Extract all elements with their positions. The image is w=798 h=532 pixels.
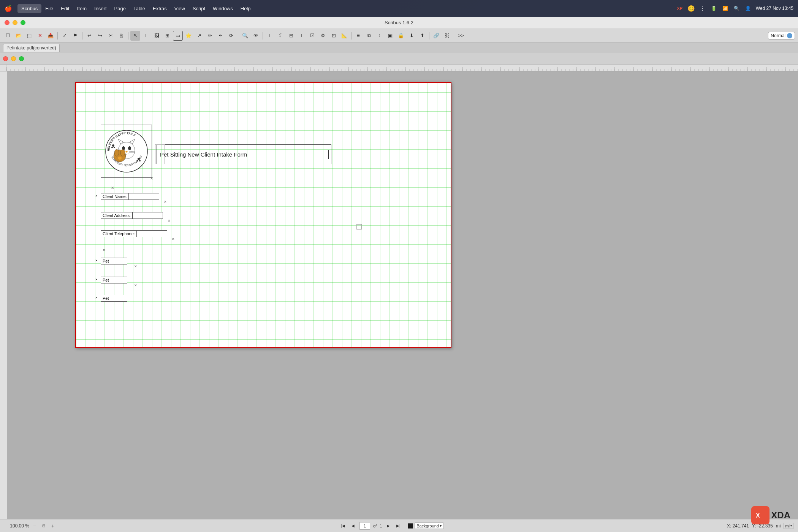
- client-name-input[interactable]: [129, 193, 159, 200]
- pet1-handle[interactable]: ✕: [134, 264, 137, 268]
- client-name-handle[interactable]: ✕: [164, 200, 167, 204]
- pet3-checkbox[interactable]: ✕: [95, 296, 97, 299]
- duplicate-button[interactable]: ⧉: [364, 31, 374, 41]
- title-text-box[interactable]: Pet Sitting New Client Intake Form: [157, 144, 331, 164]
- maximize-button[interactable]: [21, 20, 25, 25]
- raise-button[interactable]: ⬆: [417, 31, 427, 41]
- menu-windows[interactable]: Windows: [209, 4, 237, 13]
- copy-button[interactable]: ⎘: [116, 31, 126, 41]
- next-page-button[interactable]: ▶: [385, 522, 392, 529]
- select-tool-button[interactable]: ↖: [130, 31, 140, 41]
- client-telephone-handle[interactable]: ✕: [172, 237, 175, 241]
- layer-dropdown[interactable]: Background ▾: [415, 522, 444, 529]
- second-minimize-button[interactable]: [11, 56, 16, 61]
- person-icon[interactable]: 👤: [744, 5, 752, 12]
- open-file-button[interactable]: 📂: [14, 31, 24, 41]
- zoom-in-button[interactable]: +: [49, 522, 57, 530]
- menu-edit[interactable]: Edit: [57, 4, 73, 13]
- logo-box[interactable]: HELYER'S HAPPY TAILS SOMERSET PET-SITTIN…: [101, 125, 152, 178]
- close-button[interactable]: [5, 20, 10, 25]
- pet2-handle[interactable]: ✕: [134, 283, 137, 287]
- pet2-checkbox[interactable]: ✕: [95, 277, 97, 281]
- image-frame-button[interactable]: 🖼: [152, 31, 162, 41]
- menu-view[interactable]: View: [171, 4, 189, 13]
- calligraphy-tool-button[interactable]: ✒: [215, 31, 225, 41]
- apple-menu-icon[interactable]: 🍎: [5, 5, 12, 12]
- minimize-button[interactable]: [13, 20, 17, 25]
- save-button[interactable]: 📥: [46, 31, 55, 41]
- checkbox-client-name[interactable]: ✕: [95, 194, 97, 198]
- expand-button[interactable]: >>: [456, 31, 466, 41]
- mode-dropdown[interactable]: Normal: [768, 32, 795, 40]
- measurements-button[interactable]: 📐: [339, 31, 349, 41]
- face-icon[interactable]: 😊: [687, 5, 695, 12]
- zoom-value: 100.00 %: [5, 523, 29, 529]
- table-tool-button[interactable]: ⊞: [162, 31, 172, 41]
- pdf-combo-button[interactable]: ⚙: [318, 31, 328, 41]
- zoom-to-fit-button[interactable]: ⊟: [40, 522, 48, 530]
- eyedropper-button[interactable]: 👁: [251, 31, 261, 41]
- menu-scribus[interactable]: Scribus: [17, 4, 41, 13]
- logo-handle2[interactable]: ✕: [110, 185, 115, 190]
- spell-check-button[interactable]: ✓: [60, 31, 70, 41]
- lower-button[interactable]: ⬇: [407, 31, 416, 41]
- save-blank-button[interactable]: ⬚: [24, 31, 34, 41]
- redo-button[interactable]: ↪: [95, 31, 105, 41]
- dots-icon[interactable]: ⋮: [699, 5, 706, 12]
- second-close-button[interactable]: [3, 56, 8, 61]
- new-document-button[interactable]: ☐: [3, 31, 13, 41]
- edit-text-button[interactable]: ℐ: [276, 31, 285, 41]
- xda-icon[interactable]: XP: [676, 5, 684, 12]
- menu-page[interactable]: Page: [111, 4, 130, 13]
- canvas-area[interactable]: HELYER'S HAPPY TAILS SOMERSET PET-SITTIN…: [7, 71, 798, 519]
- logo-handle[interactable]: ✕: [149, 176, 154, 180]
- menu-help[interactable]: Help: [237, 4, 255, 13]
- text-tool-button[interactable]: I: [265, 31, 275, 41]
- text-frame-button[interactable]: T: [141, 31, 151, 41]
- group-button[interactable]: ▣: [385, 31, 395, 41]
- node-edit-button[interactable]: ⊡: [329, 31, 339, 41]
- pdf-text-button[interactable]: T: [297, 31, 307, 41]
- undo-button[interactable]: ↩: [84, 31, 94, 41]
- spacer-handle[interactable]: ✕: [103, 248, 106, 252]
- client-telephone-input[interactable]: [137, 230, 167, 237]
- client-address-input[interactable]: [133, 212, 163, 219]
- client-address-handle[interactable]: ✕: [168, 219, 171, 223]
- shape-tool-button[interactable]: ▭: [173, 31, 183, 41]
- rotate-tool-button[interactable]: ⟳: [226, 31, 236, 41]
- svg-text:X: X: [756, 512, 760, 519]
- battery-icon[interactable]: 🔋: [710, 5, 718, 12]
- prev-page-button[interactable]: ◀: [350, 522, 356, 529]
- preflight-button[interactable]: ⚑: [70, 31, 80, 41]
- pdf-check-button[interactable]: ☑: [307, 31, 317, 41]
- frame-link-button[interactable]: ⊟: [286, 31, 296, 41]
- pet1-checkbox[interactable]: ✕: [95, 258, 97, 262]
- statusbar: 100.00 % − ⊟ + |◀ ◀ 1 of 1 ▶ ▶| Backgrou…: [0, 519, 798, 532]
- page-number-input[interactable]: 1: [359, 522, 370, 530]
- cut-button[interactable]: ✂: [106, 31, 116, 41]
- first-page-button[interactable]: |◀: [340, 522, 347, 529]
- menu-table[interactable]: Table: [130, 4, 149, 13]
- menu-item[interactable]: Item: [73, 4, 90, 13]
- last-page-button[interactable]: ▶|: [395, 522, 402, 529]
- zoom-tool-button[interactable]: 🔍: [240, 31, 250, 41]
- menu-insert[interactable]: Insert: [90, 4, 111, 13]
- second-maximize-button[interactable]: [19, 56, 24, 61]
- zoom-out-button[interactable]: −: [31, 522, 38, 530]
- bezier-tool-button[interactable]: ↗: [194, 31, 204, 41]
- search-icon[interactable]: 🔍: [733, 5, 741, 12]
- unlink-button[interactable]: ⛓: [442, 31, 452, 41]
- pencil-tool-button[interactable]: ✏: [205, 31, 215, 41]
- menu-extras[interactable]: Extras: [149, 4, 171, 13]
- wifi-icon[interactable]: 📶: [722, 5, 729, 12]
- menu-script[interactable]: Script: [189, 4, 209, 13]
- menu-file[interactable]: File: [41, 4, 57, 13]
- distribute-button[interactable]: ⁞: [375, 31, 385, 41]
- lock-button[interactable]: 🔒: [396, 31, 406, 41]
- file-tab-label[interactable]: Petintake.pdf(converted): [3, 44, 60, 52]
- align-button[interactable]: ≡: [353, 31, 363, 41]
- link-button[interactable]: 🔗: [431, 31, 441, 41]
- svg-point-267: [114, 149, 119, 156]
- close-document-button[interactable]: ✕: [35, 31, 45, 41]
- polygon-tool-button[interactable]: ⭐: [184, 31, 193, 41]
